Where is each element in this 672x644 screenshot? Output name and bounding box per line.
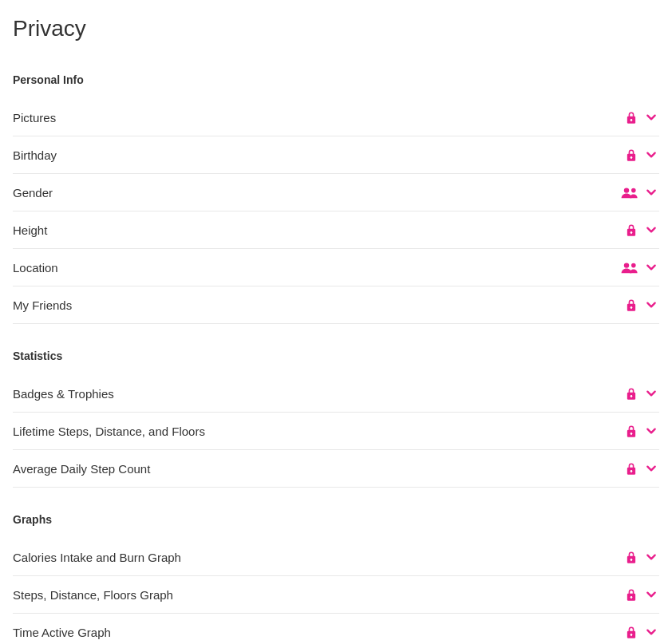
- svg-point-6: [624, 188, 629, 192]
- controls-steps-graph: [623, 586, 659, 603]
- controls-calories-graph: [623, 548, 659, 566]
- row-pictures: Pictures: [13, 99, 659, 136]
- lock-icon-time-active-graph: [623, 623, 640, 641]
- row-calories-graph: Calories Intake and Burn Graph: [13, 539, 659, 576]
- label-badges-trophies: Badges & Trophies: [13, 387, 623, 401]
- lock-icon-steps-graph: [623, 586, 640, 603]
- label-lifetime-steps: Lifetime Steps, Distance, and Floors: [13, 425, 623, 438]
- controls-height: [623, 221, 659, 239]
- controls-location: [619, 259, 659, 276]
- controls-pictures: [623, 109, 659, 126]
- svg-point-12: [631, 263, 636, 268]
- lock-icon-height: [623, 221, 640, 239]
- row-my-friends: My Friends: [13, 286, 659, 324]
- section-title-statistics: Statistics: [13, 343, 659, 362]
- dropdown-arrow-gender[interactable]: [643, 184, 659, 200]
- friends-icon-location: [619, 259, 640, 276]
- svg-rect-10: [630, 232, 631, 234]
- lock-icon-pictures: [623, 109, 640, 126]
- row-badges-trophies: Badges & Trophies: [13, 375, 659, 413]
- label-time-active-graph: Time Active Graph: [13, 626, 623, 639]
- dropdown-arrow-time-active-graph[interactable]: [643, 624, 659, 640]
- lock-icon-avg-daily-step: [623, 460, 640, 477]
- row-gender: Gender: [13, 174, 659, 211]
- row-lifetime-steps: Lifetime Steps, Distance, and Floors: [13, 413, 659, 450]
- controls-avg-daily-step: [623, 460, 659, 477]
- controls-lifetime-steps: [623, 422, 659, 440]
- dropdown-arrow-calories-graph[interactable]: [643, 549, 659, 565]
- svg-rect-27: [630, 559, 631, 561]
- row-steps-graph: Steps, Distance, Floors Graph: [13, 576, 659, 614]
- label-height: Height: [13, 223, 623, 237]
- friends-icon-gender: [619, 184, 640, 201]
- row-avg-daily-step: Average Daily Step Count: [13, 450, 659, 488]
- svg-rect-21: [630, 433, 631, 435]
- svg-rect-15: [630, 307, 631, 309]
- lock-icon-my-friends: [623, 296, 640, 314]
- controls-time-active-graph: [623, 623, 659, 641]
- label-my-friends: My Friends: [13, 298, 623, 312]
- controls-my-friends: [623, 296, 659, 314]
- section-title-graphs: Graphs: [13, 507, 659, 526]
- svg-rect-2: [630, 120, 631, 121]
- label-gender: Gender: [13, 186, 619, 200]
- section-statistics: StatisticsBadges & Trophies Lifetime Ste…: [13, 343, 659, 488]
- label-calories-graph: Calories Intake and Burn Graph: [13, 551, 623, 564]
- section-graphs: GraphsCalories Intake and Burn Graph Ste…: [13, 507, 659, 644]
- label-location: Location: [13, 261, 619, 275]
- controls-birthday: [623, 146, 659, 164]
- row-location: Location: [13, 249, 659, 286]
- controls-gender: [619, 184, 659, 201]
- dropdown-arrow-pictures[interactable]: [643, 109, 659, 125]
- label-avg-daily-step: Average Daily Step Count: [13, 462, 623, 476]
- dropdown-arrow-avg-daily-step[interactable]: [643, 460, 659, 476]
- lock-icon-lifetime-steps: [623, 422, 640, 440]
- lock-icon-badges-trophies: [623, 385, 640, 402]
- svg-point-7: [631, 188, 636, 193]
- dropdown-arrow-badges-trophies[interactable]: [643, 385, 659, 401]
- svg-rect-18: [630, 396, 631, 397]
- svg-rect-24: [630, 471, 631, 472]
- row-height: Height: [13, 211, 659, 249]
- label-pictures: Pictures: [13, 111, 623, 124]
- dropdown-arrow-location[interactable]: [643, 259, 659, 275]
- section-personal-info: Personal InfoPictures Birthday Gender He…: [13, 67, 659, 324]
- svg-rect-30: [630, 597, 631, 599]
- section-title-personal-info: Personal Info: [13, 67, 659, 86]
- svg-rect-33: [630, 634, 631, 636]
- dropdown-arrow-lifetime-steps[interactable]: [643, 423, 659, 439]
- page-title: Privacy: [13, 16, 659, 41]
- settings-container: Personal InfoPictures Birthday Gender He…: [13, 67, 659, 644]
- row-birthday: Birthday: [13, 136, 659, 174]
- label-birthday: Birthday: [13, 148, 623, 162]
- dropdown-arrow-steps-graph[interactable]: [643, 587, 659, 603]
- svg-point-11: [624, 263, 629, 267]
- dropdown-arrow-my-friends[interactable]: [643, 297, 659, 313]
- label-steps-graph: Steps, Distance, Floors Graph: [13, 588, 623, 602]
- dropdown-arrow-height[interactable]: [643, 222, 659, 238]
- svg-rect-5: [630, 157, 631, 159]
- dropdown-arrow-birthday[interactable]: [643, 147, 659, 163]
- row-time-active-graph: Time Active Graph: [13, 614, 659, 644]
- lock-icon-calories-graph: [623, 548, 640, 566]
- lock-icon-birthday: [623, 146, 640, 164]
- controls-badges-trophies: [623, 385, 659, 402]
